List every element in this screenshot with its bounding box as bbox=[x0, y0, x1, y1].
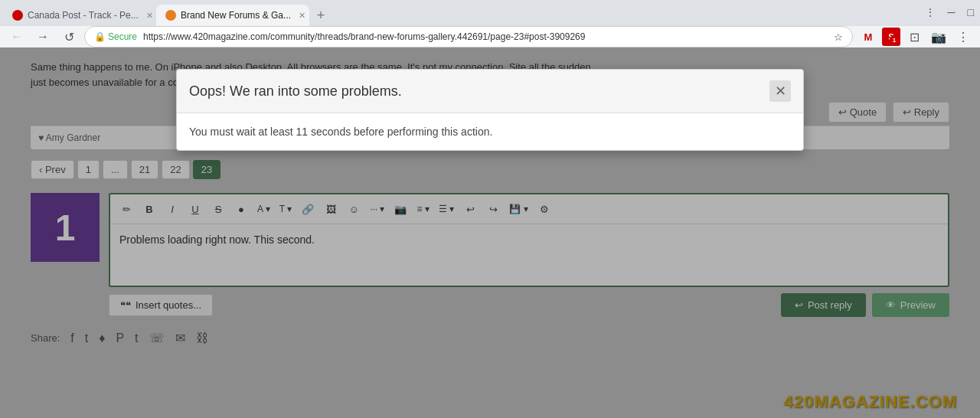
tab-forum-close[interactable]: ✕ bbox=[299, 11, 305, 21]
tab-forum[interactable]: Brand New Forums & Ga... ✕ bbox=[156, 5, 309, 26]
browser-chrome: Canada Post - Track - Pe... ✕ Brand New … bbox=[0, 0, 980, 47]
menu-icon[interactable]: ⋮ bbox=[952, 26, 974, 47]
badge-count: 1 bbox=[890, 35, 899, 44]
address-bar[interactable]: 🔒 Secure https://www.420magazine.com/com… bbox=[84, 26, 853, 47]
vertical-bar-icon: ⋮ bbox=[925, 6, 936, 18]
window-controls: ⋮ ─ □ bbox=[925, 6, 974, 18]
new-tab-button[interactable]: + bbox=[309, 5, 332, 26]
tabs-bar: Canada Post - Track - Pe... ✕ Brand New … bbox=[0, 0, 980, 26]
reload-button[interactable]: ↺ bbox=[58, 26, 80, 47]
nav-icons-right: M S 1 ⊡ 📷 ⋮ bbox=[858, 26, 974, 47]
maximize-button[interactable]: □ bbox=[968, 6, 974, 18]
secure-badge: 🔒 Secure bbox=[94, 31, 137, 42]
gmail-icon[interactable]: M bbox=[858, 26, 879, 47]
cast-icon[interactable]: ⊡ bbox=[903, 26, 925, 47]
canada-post-favicon bbox=[12, 10, 23, 21]
tab-canada-post-close[interactable]: ✕ bbox=[146, 11, 153, 21]
lock-icon: 🔒 bbox=[94, 31, 106, 42]
page-content: Same thing happens to me. On iPhone and … bbox=[0, 47, 980, 418]
forward-button[interactable]: → bbox=[32, 26, 54, 47]
modal-message: You must wait at least 11 seconds before… bbox=[189, 126, 492, 138]
forum-favicon bbox=[165, 10, 176, 21]
tab-canada-post[interactable]: Canada Post - Track - Pe... ✕ bbox=[3, 5, 156, 26]
secure-label: Secure bbox=[108, 31, 137, 42]
tab-forum-label: Brand New Forums & Ga... bbox=[181, 10, 291, 21]
modal-body: You must wait at least 11 seconds before… bbox=[177, 113, 803, 150]
modal-close-button[interactable]: ✕ bbox=[769, 80, 791, 102]
tab-canada-post-label: Canada Post - Track - Pe... bbox=[28, 10, 139, 21]
back-button[interactable]: ← bbox=[6, 26, 28, 47]
modal-title: Oops! We ran into some problems. bbox=[189, 83, 402, 100]
error-modal: Oops! We ran into some problems. ✕ You m… bbox=[176, 69, 804, 151]
nav-bar: ← → ↺ 🔒 Secure https://www.420magazine.c… bbox=[0, 26, 980, 47]
url-text: https://www.420magazine.com/community/th… bbox=[143, 31, 828, 42]
star-icon[interactable]: ☆ bbox=[834, 31, 843, 43]
screenshot-icon[interactable]: 📷 bbox=[928, 26, 949, 47]
extension-icon[interactable]: S 1 bbox=[882, 28, 900, 46]
minimize-button[interactable]: ─ bbox=[948, 6, 956, 18]
modal-header: Oops! We ran into some problems. ✕ bbox=[177, 70, 803, 113]
modal-overlay[interactable]: Oops! We ran into some problems. ✕ You m… bbox=[0, 47, 980, 418]
